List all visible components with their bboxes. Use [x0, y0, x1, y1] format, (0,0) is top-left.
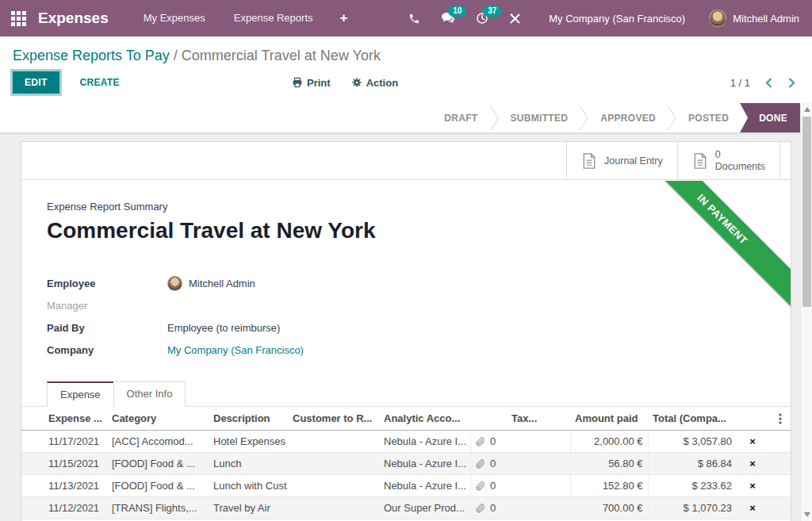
table-row[interactable]: 11/17/2021 [ACC] Accomod... Hotel Expens…: [21, 431, 791, 453]
header-amount-paid[interactable]: Amount paid: [570, 407, 648, 431]
expense-lines-table: Expense ... Category Description Custome…: [21, 407, 791, 519]
activities-button[interactable]: 37: [465, 0, 499, 36]
table-row[interactable]: 11/13/2021 [FOOD] Food & ... Lunch with …: [21, 475, 791, 497]
cell-attachments: 0: [470, 475, 507, 496]
attachment-count: 0: [490, 435, 496, 447]
delete-row-button[interactable]: ×: [749, 458, 756, 469]
cell-amount-paid: 56.80 €: [570, 453, 648, 475]
cell-category: [FOOD] Food & ...: [107, 475, 209, 497]
status-step-approved[interactable]: APPROVED: [589, 103, 667, 132]
user-menu[interactable]: Mitchell Admin: [703, 10, 812, 27]
delete-row-button[interactable]: ×: [749, 435, 756, 447]
documents-button[interactable]: 0 Documents: [677, 142, 779, 179]
cell-analytic: Nebula - Azure I...: [379, 431, 470, 453]
cell-attachments: 0: [470, 453, 507, 474]
employee-value[interactable]: Mitchell Admin: [167, 276, 255, 291]
cell-category: [FOOD] Food & ...: [107, 453, 209, 475]
table-row[interactable]: 11/12/2021 [TRANS] Flights,... Travel by…: [21, 497, 791, 519]
company-value-link[interactable]: My Company (San Francisco): [167, 344, 304, 356]
statusbar: DRAFT SUBMITTED APPROVED POSTED DONE: [0, 103, 800, 133]
paperclip-icon: [476, 504, 485, 513]
menu-expense-reports[interactable]: Expense Reports: [220, 0, 327, 36]
table-row[interactable]: 11/15/2021 [FOOD] Food & ... Lunch Nebul…: [21, 453, 791, 475]
cell-taxes: [507, 497, 570, 519]
print-button[interactable]: Print: [292, 77, 331, 89]
scrollbar-up-button[interactable]: [801, 103, 812, 116]
cell-date: 11/17/2021: [21, 431, 107, 453]
status-step-submitted[interactable]: SUBMITTED: [500, 103, 580, 132]
status-step-posted[interactable]: POSTED: [677, 103, 740, 132]
form-view-container: Journal Entry 0 Documents IN PAYMENT Exp…: [0, 134, 800, 521]
apps-menu-button[interactable]: [0, 0, 36, 36]
breadcrumb-parent-link[interactable]: Expense Reports To Pay: [13, 48, 170, 63]
cell-description: Hotel Expenses: [209, 431, 288, 453]
print-label: Print: [307, 77, 331, 89]
status-step-draft[interactable]: DRAFT: [433, 103, 488, 132]
pager-value: 1 / 1: [730, 77, 750, 89]
edit-button[interactable]: EDIT: [13, 71, 59, 94]
cell-spacer: [768, 497, 791, 519]
user-avatar: [709, 10, 726, 27]
messages-button[interactable]: 10: [431, 0, 465, 36]
breadcrumb-current: Commercial Travel at New York: [182, 48, 381, 63]
button-box-spacer: [779, 142, 791, 179]
status-step-done-active[interactable]: DONE: [740, 103, 800, 132]
cell-taxes: [507, 453, 570, 475]
create-button[interactable]: CREATE: [72, 71, 128, 94]
step-separator-icon: [579, 105, 589, 132]
header-attachments: [470, 407, 507, 431]
header-category[interactable]: Category: [107, 407, 209, 431]
pager-next-button[interactable]: [787, 77, 796, 89]
vertical-scrollbar: [800, 103, 812, 521]
voip-button[interactable]: [398, 0, 431, 36]
company-switcher[interactable]: My Company (San Francisco): [531, 13, 703, 25]
header-description[interactable]: Description: [209, 407, 288, 431]
company-label: Company: [47, 344, 167, 356]
header-total[interactable]: Total (Compa...: [648, 407, 737, 431]
tab-expense[interactable]: Expense: [47, 381, 114, 407]
header-taxes[interactable]: Tax...: [507, 407, 570, 431]
paid-by-label: Paid By: [47, 322, 167, 334]
app-brand[interactable]: Expenses: [38, 10, 109, 27]
document-icon: [692, 152, 708, 170]
header-expense-date[interactable]: Expense ...: [21, 407, 107, 431]
scrollbar-down-button[interactable]: [801, 508, 812, 521]
menu-my-expenses[interactable]: My Expenses: [129, 0, 220, 36]
employee-label: Employee: [47, 278, 167, 289]
header-customer[interactable]: Customer to R...: [288, 407, 379, 431]
cell-taxes: [507, 431, 570, 453]
action-label: Action: [366, 77, 398, 89]
scrollbar-thumb[interactable]: [802, 117, 811, 307]
delete-row-button[interactable]: ×: [749, 502, 756, 514]
cell-total: $ 3,057.80: [648, 431, 737, 453]
quick-create-button[interactable]: +: [327, 10, 361, 26]
cell-amount-paid: 152.80 €: [570, 475, 648, 497]
breadcrumb: Expense Reports To Pay / Commercial Trav…: [0, 36, 812, 66]
cell-total: $ 86.84: [648, 453, 737, 475]
documents-count: 0: [715, 149, 765, 161]
action-button[interactable]: Action: [351, 77, 398, 89]
manager-label: Manager: [47, 300, 167, 312]
paperclip-icon: [476, 437, 485, 446]
pager-previous-button[interactable]: [764, 77, 773, 89]
cell-customer: [288, 431, 379, 453]
header-analytic[interactable]: Analytic Acco...: [379, 407, 470, 431]
optional-columns-button[interactable]: [768, 407, 791, 431]
tab-other-info[interactable]: Other Info: [113, 381, 186, 407]
journal-entry-button[interactable]: Journal Entry: [566, 142, 677, 179]
cell-date: 11/15/2021: [21, 453, 107, 475]
field-paid-by: Paid By Employee (to reimburse): [47, 316, 765, 339]
cell-customer: [288, 497, 379, 519]
summary-field-label: Expense Report Summary: [47, 201, 765, 213]
page-title: Commercial Travel at New York: [47, 218, 765, 243]
paid-by-value: Employee (to reimburse): [167, 322, 280, 334]
paperclip-icon: [476, 459, 485, 469]
cell-total: $ 233.62: [648, 475, 737, 497]
gear-icon: [351, 77, 362, 88]
delete-row-button[interactable]: ×: [749, 480, 756, 492]
chevron-right-icon: [787, 77, 796, 89]
cell-analytic: Our Super Prod...: [379, 497, 470, 519]
cell-analytic: Nebula - Azure I...: [379, 475, 470, 497]
tools-button[interactable]: [499, 0, 531, 36]
cell-spacer: [768, 453, 791, 475]
